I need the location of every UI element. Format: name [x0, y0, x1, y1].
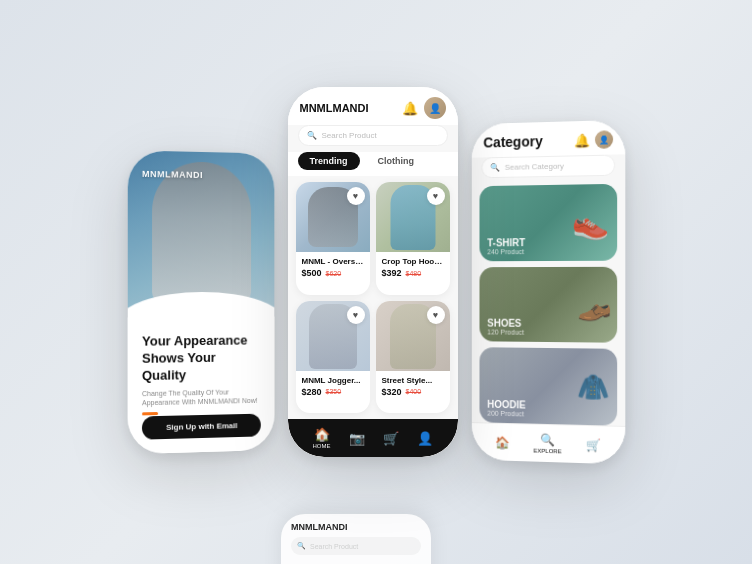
- nav-camera[interactable]: 📷: [349, 431, 365, 446]
- product-name: Crop Top Hoodie J...: [382, 257, 444, 266]
- product-name: MNML Jogger...: [302, 376, 364, 385]
- bell-icon[interactable]: 🔔: [402, 101, 418, 116]
- top-icons: 🔔 👤: [402, 97, 446, 119]
- product-image: ♥: [376, 301, 450, 371]
- product-card[interactable]: ♥ MNML Jogger... $280 $350: [296, 301, 370, 414]
- cat-tshirt-count: 240 Product: [487, 248, 525, 255]
- home-icon: 🏠: [314, 427, 330, 442]
- product-old-price: $480: [406, 270, 422, 277]
- mid-brand: MNMLMANDI: [300, 102, 369, 114]
- nav-home-label: HOME: [313, 443, 331, 449]
- cat-shoes-name: SHOES: [487, 318, 524, 329]
- product-price-row: $392 $480: [382, 268, 444, 278]
- explore-label: EXPLORE: [533, 448, 561, 455]
- category-search[interactable]: 🔍 Search Category: [481, 155, 615, 179]
- search-icon: 🔍: [307, 131, 317, 140]
- category-title: Category: [483, 133, 542, 150]
- cart-icon: 🛒: [383, 431, 399, 446]
- category-list: T-SHIRT 240 Product SHOES 120 Product HO…: [471, 184, 625, 426]
- cat-nav-cart[interactable]: 🛒: [585, 438, 600, 453]
- category-card-hoodie[interactable]: HOODIE 200 Product: [479, 348, 617, 426]
- explore-icon: 🔍: [540, 433, 555, 447]
- nav-home[interactable]: 🏠 HOME: [313, 427, 331, 449]
- cat-hoodie-count: 200 Product: [487, 410, 526, 418]
- avatar[interactable]: 👤: [424, 97, 446, 119]
- splash-sub: Change The Quality Of Your Appearance Wi…: [141, 387, 260, 409]
- signup-button[interactable]: Sign Up with Email: [141, 414, 260, 440]
- cat-tshirt-name: T-SHIRT: [487, 237, 525, 248]
- category-phone: Category 🔔 👤 🔍 Search Category T-SHIRT 2…: [471, 120, 625, 465]
- favorite-button[interactable]: ♥: [347, 187, 365, 205]
- splash-phone: MNMLMANDI Your Appearance Shows Your Qua…: [127, 150, 274, 454]
- cat-nav-explore[interactable]: 🔍 EXPLORE: [533, 433, 561, 455]
- cat-nav-home[interactable]: 🏠: [495, 435, 510, 449]
- product-old-price: $350: [326, 388, 342, 395]
- avatar[interactable]: 👤: [594, 130, 612, 149]
- tab-trending[interactable]: Trending: [298, 152, 360, 170]
- product-card[interactable]: ♥ Crop Top Hoodie J... $392 $480: [376, 182, 450, 295]
- favorite-button[interactable]: ♥: [427, 187, 445, 205]
- product-price-row: $500 $620: [302, 268, 364, 278]
- cat-hoodie-label: HOODIE 200 Product: [487, 399, 526, 418]
- product-card[interactable]: ♥ Street Style... $320 $400: [376, 301, 450, 414]
- category-tabs: Trending Clothing: [288, 152, 458, 176]
- search-bar[interactable]: 🔍 Search Product: [298, 125, 448, 146]
- product-price: $392: [382, 268, 402, 278]
- category-card-shoes[interactable]: SHOES 120 Product: [479, 266, 617, 343]
- cart-icon: 🛒: [585, 438, 600, 453]
- splash-title: Your Appearance Shows Your Quality: [141, 332, 260, 384]
- product-price-row: $280 $350: [302, 387, 364, 397]
- product-old-price: $400: [406, 388, 422, 395]
- search-icon: 🔍: [297, 542, 306, 550]
- ghost-brand: MNMLMANDI: [291, 522, 421, 532]
- product-old-price: $620: [326, 270, 342, 277]
- category-card-tshirt[interactable]: T-SHIRT 240 Product: [479, 184, 617, 261]
- favorite-button[interactable]: ♥: [347, 306, 365, 324]
- cat-search-placeholder: Search Category: [504, 162, 563, 172]
- product-price: $500: [302, 268, 322, 278]
- cat-top-icons: 🔔 👤: [573, 130, 612, 149]
- main-phone: MNMLMANDI 🔔 👤 🔍 Search Product Trending …: [288, 87, 458, 457]
- nav-cart[interactable]: 🛒: [383, 431, 399, 446]
- cat-hoodie-name: HOODIE: [487, 399, 526, 411]
- ghost-phone: MNMLMANDI 🔍 Search Product: [281, 514, 431, 564]
- product-image: ♥: [296, 182, 370, 252]
- bell-icon[interactable]: 🔔: [573, 132, 589, 147]
- product-card[interactable]: ♥ MNML - Oversi... $500 $620: [296, 182, 370, 295]
- product-image: ♥: [376, 182, 450, 252]
- nav-profile[interactable]: 👤: [417, 431, 433, 446]
- ghost-placeholder: Search Product: [310, 543, 358, 550]
- favorite-button[interactable]: ♥: [427, 306, 445, 324]
- product-price: $280: [302, 387, 322, 397]
- splash-brand: MNMLMANDI: [141, 169, 202, 180]
- cat-shoes-count: 120 Product: [487, 329, 524, 336]
- profile-icon: 👤: [417, 431, 433, 446]
- search-icon: 🔍: [490, 163, 500, 172]
- category-header: Category 🔔 👤: [471, 120, 625, 158]
- products-grid: ♥ MNML - Oversi... $500 $620 ♥: [288, 176, 458, 419]
- cat-bottom-nav: 🏠 🔍 EXPLORE 🛒: [471, 422, 625, 464]
- product-price-row: $320 $400: [382, 387, 444, 397]
- tab-clothing[interactable]: Clothing: [366, 152, 427, 170]
- home-icon: 🏠: [495, 435, 510, 449]
- product-name: Street Style...: [382, 376, 444, 385]
- product-price: $320: [382, 387, 402, 397]
- product-image: ♥: [296, 301, 370, 371]
- cat-shoes-label: SHOES 120 Product: [487, 318, 524, 336]
- camera-icon: 📷: [349, 431, 365, 446]
- cat-tshirt-label: T-SHIRT 240 Product: [487, 237, 525, 255]
- product-name: MNML - Oversi...: [302, 257, 364, 266]
- ghost-search: 🔍 Search Product: [291, 537, 421, 555]
- search-placeholder: Search Product: [322, 131, 377, 140]
- bottom-nav: 🏠 HOME 📷 🛒 👤: [288, 419, 458, 457]
